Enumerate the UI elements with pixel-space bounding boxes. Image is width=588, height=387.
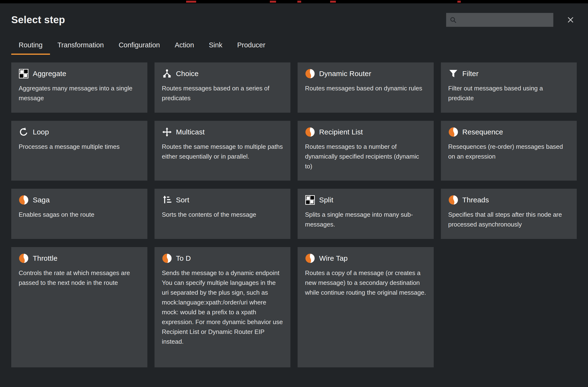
loop-icon bbox=[19, 127, 29, 137]
card-loop[interactable]: LoopProcesses a message multiple times bbox=[11, 121, 147, 181]
card-saga[interactable]: SagaEnables sagas on the route bbox=[11, 189, 147, 239]
top-strip-mark bbox=[330, 1, 336, 3]
card-description: Routes the same message to multiple path… bbox=[162, 142, 283, 162]
card-header: Wire Tap bbox=[305, 253, 426, 263]
browser-top-strip bbox=[0, 0, 588, 3]
card-split[interactable]: SplitSplits a single message into many s… bbox=[298, 189, 434, 239]
card-title: Recipient List bbox=[319, 128, 363, 136]
camel-icon bbox=[19, 195, 29, 205]
card-title: Throttle bbox=[33, 254, 57, 262]
card-description: Specifies that all steps after this node… bbox=[448, 210, 569, 229]
search-icon bbox=[449, 16, 457, 23]
card-header: Split bbox=[305, 195, 426, 205]
search-box[interactable] bbox=[446, 13, 553, 27]
camel-icon bbox=[448, 195, 458, 205]
card-title: Wire Tap bbox=[319, 254, 348, 262]
card-title: Multicast bbox=[176, 128, 205, 136]
card-title: Aggregate bbox=[33, 70, 66, 78]
card-header: Multicast bbox=[162, 127, 283, 137]
card-title: Filter bbox=[462, 70, 479, 78]
select-step-modal: Select step RoutingTransformationConfigu… bbox=[0, 13, 588, 367]
card-header: Dynamic Router bbox=[305, 69, 426, 79]
tab-producer[interactable]: Producer bbox=[230, 37, 273, 55]
card-description: Routes messages based on a series of pre… bbox=[162, 83, 283, 103]
camel-icon bbox=[448, 127, 458, 137]
camel-icon bbox=[305, 69, 315, 79]
multicast-icon bbox=[162, 127, 172, 137]
split-icon bbox=[305, 195, 315, 205]
card-description: Routes a copy of a message (or creates a… bbox=[305, 268, 426, 298]
card-header: Saga bbox=[19, 195, 140, 205]
card-throttle[interactable]: ThrottleControls the rate at which messa… bbox=[11, 247, 147, 367]
sort-icon bbox=[162, 195, 172, 205]
close-button[interactable] bbox=[564, 14, 577, 26]
card-resequence[interactable]: ResequenceResequences (re-order) message… bbox=[441, 121, 577, 181]
card-threads[interactable]: ThreadsSpecifies that all steps after th… bbox=[441, 189, 577, 239]
tabs: RoutingTransformationConfigurationAction… bbox=[11, 37, 577, 55]
card-wire-tap[interactable]: Wire TapRoutes a copy of a message (or c… bbox=[298, 247, 434, 367]
card-recipient-list[interactable]: Recipient ListRoutes messages to a numbe… bbox=[298, 121, 434, 181]
tab-action[interactable]: Action bbox=[167, 37, 201, 55]
modal-title: Select step bbox=[11, 14, 65, 26]
card-description: Routes messages based on dynamic rules bbox=[305, 83, 426, 93]
card-description: Processes a message multiple times bbox=[19, 142, 140, 152]
card-description: Controls the rate at which messages are … bbox=[19, 268, 140, 288]
card-multicast[interactable]: MulticastRoutes the same message to mult… bbox=[155, 121, 291, 181]
card-description: Enables sagas on the route bbox=[19, 210, 140, 220]
card-header: Resequence bbox=[448, 127, 569, 137]
tab-transformation[interactable]: Transformation bbox=[50, 37, 111, 55]
card-description: Aggregates many messages into a single m… bbox=[19, 83, 140, 103]
card-header: Choice bbox=[162, 69, 283, 79]
card-description: Splits a single message into many sub-me… bbox=[305, 210, 426, 229]
card-title: To D bbox=[176, 254, 191, 262]
close-icon bbox=[567, 17, 574, 23]
card-header: Sort bbox=[162, 195, 283, 205]
card-description: Sorts the contents of the message bbox=[162, 210, 283, 220]
camel-icon bbox=[19, 253, 29, 263]
card-sort[interactable]: SortSorts the contents of the message bbox=[155, 189, 291, 239]
card-header: Filter bbox=[448, 69, 569, 79]
card-title: Loop bbox=[33, 128, 49, 136]
card-description: Routes messages to a number of dynamical… bbox=[305, 142, 426, 171]
camel-icon bbox=[305, 253, 315, 263]
card-header: Aggregate bbox=[19, 69, 140, 79]
tab-routing[interactable]: Routing bbox=[11, 37, 50, 55]
search-input[interactable] bbox=[459, 16, 550, 24]
card-header: Loop bbox=[19, 127, 140, 137]
camel-icon bbox=[305, 127, 315, 137]
card-description: Sends the message to a dynamic endpoint … bbox=[162, 268, 283, 346]
card-filter[interactable]: FilterFilter out messages based using a … bbox=[441, 62, 577, 113]
top-strip-mark bbox=[186, 1, 196, 3]
top-strip-mark bbox=[297, 1, 301, 3]
card-dynamic-router[interactable]: Dynamic RouterRoutes messages based on d… bbox=[298, 62, 434, 113]
card-aggregate[interactable]: AggregateAggregates many messages into a… bbox=[11, 62, 147, 113]
card-title: Dynamic Router bbox=[319, 70, 371, 78]
card-header: Throttle bbox=[19, 253, 140, 263]
card-header: Recipient List bbox=[305, 127, 426, 137]
choice-icon bbox=[162, 69, 172, 79]
card-header: To D bbox=[162, 253, 283, 263]
card-choice[interactable]: ChoiceRoutes messages based on a series … bbox=[155, 62, 291, 113]
filter-icon bbox=[448, 69, 458, 79]
camel-icon bbox=[162, 253, 172, 263]
card-title: Threads bbox=[462, 196, 489, 204]
card-title: Resequence bbox=[462, 128, 503, 136]
card-description: Filter out messages based using a predic… bbox=[448, 83, 569, 103]
tab-configuration[interactable]: Configuration bbox=[111, 37, 168, 55]
card-title: Sort bbox=[176, 196, 189, 204]
card-description: Resequences (re-order) messages based on… bbox=[448, 142, 569, 162]
modal-header: Select step bbox=[11, 13, 577, 27]
card-title: Saga bbox=[33, 196, 50, 204]
card-title: Choice bbox=[176, 70, 199, 78]
tab-sink[interactable]: Sink bbox=[201, 37, 230, 55]
card-grid: AggregateAggregates many messages into a… bbox=[11, 62, 577, 367]
card-to-d[interactable]: To DSends the message to a dynamic endpo… bbox=[155, 247, 291, 367]
top-strip-mark bbox=[457, 1, 461, 3]
aggregate-icon bbox=[19, 69, 29, 79]
top-strip-mark bbox=[270, 1, 276, 3]
card-header: Threads bbox=[448, 195, 569, 205]
card-title: Split bbox=[319, 196, 333, 204]
